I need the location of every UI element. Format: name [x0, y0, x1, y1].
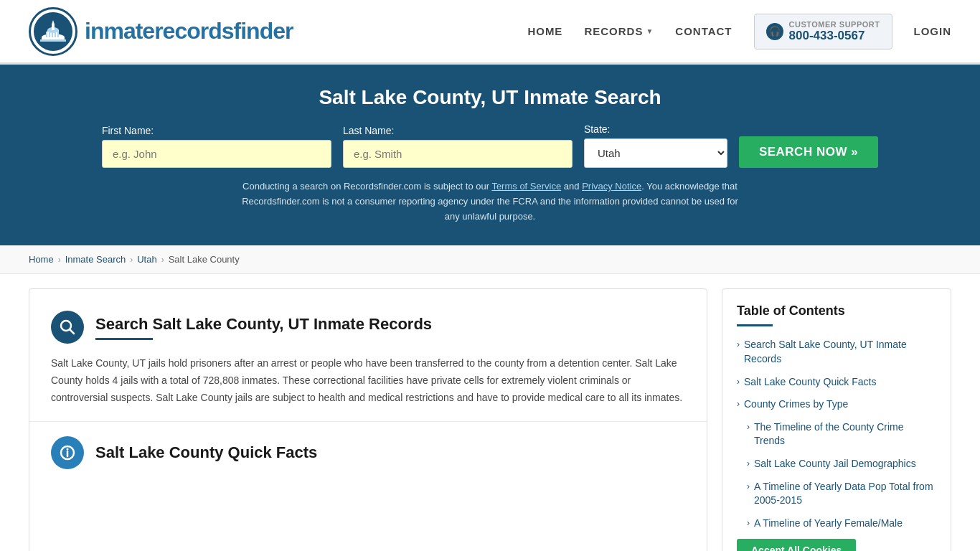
toc-chevron-6: ›: [747, 481, 750, 491]
breadcrumb-inmate-search[interactable]: Inmate Search: [65, 254, 126, 265]
main-nav: HOME RECORDS ▼ CONTACT 🎧 CUSTOMER SUPPOR…: [527, 14, 951, 50]
breadcrumb-home[interactable]: Home: [29, 254, 54, 265]
section2-title: Salt Lake County Quick Facts: [95, 443, 317, 462]
svg-rect-4: [52, 24, 55, 30]
section1-title: Search Salt Lake County, UT Inmate Recor…: [95, 315, 432, 334]
first-name-group: First Name:: [102, 125, 331, 168]
breadcrumb-sep-2: ›: [130, 255, 133, 265]
toc-chevron-4: ›: [747, 422, 750, 432]
toc-link-7[interactable]: A Timeline of Yearly Female/Male: [754, 517, 903, 531]
main-content: Search Salt Lake County, UT Inmate Recor…: [0, 274, 980, 551]
search-form: First Name: Last Name: State: Utah Alaba…: [29, 123, 951, 168]
headset-icon: 🎧: [766, 23, 783, 40]
nav-contact[interactable]: CONTACT: [675, 25, 732, 37]
nav-records[interactable]: RECORDS ▼: [584, 25, 654, 37]
hero-section: Salt Lake County, UT Inmate Search First…: [0, 65, 980, 245]
toc-link-2[interactable]: Salt Lake County Quick Facts: [744, 375, 876, 390]
toc-item-2[interactable]: › Salt Lake County Quick Facts: [737, 375, 936, 390]
last-name-input[interactable]: [343, 140, 573, 168]
state-group: State: Utah Alabama Alaska Arizona Calif…: [584, 123, 727, 168]
search-circle-icon: [51, 311, 84, 344]
state-select[interactable]: Utah Alabama Alaska Arizona California C…: [584, 138, 727, 168]
toc-link-3[interactable]: County Crimes by Type: [744, 397, 848, 412]
toc-item-5[interactable]: › Salt Lake County Jail Demographics: [747, 457, 936, 471]
chevron-down-icon: ▼: [646, 27, 654, 35]
svg-rect-11: [55, 32, 56, 37]
svg-point-17: [67, 448, 69, 450]
toc-link-6[interactable]: A Timeline of Yearly Data Pop Total from…: [754, 480, 936, 508]
toc-link-5[interactable]: Salt Lake County Jail Demographics: [754, 457, 916, 471]
privacy-link[interactable]: Privacy Notice: [582, 181, 641, 192]
toc-item-7[interactable]: › A Timeline of Yearly Female/Male: [747, 517, 936, 531]
last-name-group: Last Name:: [343, 125, 573, 168]
svg-rect-6: [42, 37, 65, 39]
terms-link[interactable]: Terms of Service: [491, 181, 561, 192]
content-area: Search Salt Lake County, UT Inmate Recor…: [29, 288, 707, 551]
toc-title: Table of Contents: [737, 303, 936, 319]
toc-link-1[interactable]: Search Salt Lake County, UT Inmate Recor…: [744, 338, 936, 366]
toc-chevron-7: ›: [747, 518, 750, 528]
section2-header: Salt Lake County Quick Facts: [51, 436, 685, 469]
breadcrumb-current: Salt Lake County: [169, 254, 240, 265]
toc-item-3[interactable]: › County Crimes by Type: [737, 397, 936, 412]
section-quick-facts: Salt Lake County Quick Facts: [29, 422, 707, 476]
breadcrumb-sep-1: ›: [58, 255, 61, 265]
login-button[interactable]: LOGIN: [914, 25, 952, 37]
section1-body: Salt Lake County, UT jails hold prisoner…: [51, 355, 685, 406]
accept-cookies-button[interactable]: Accept All Cookies: [737, 539, 856, 551]
toc-link-4[interactable]: The Timeline of the County Crime Trends: [754, 420, 936, 448]
logo-area: inmaterecordsfinder: [29, 7, 293, 56]
toc-divider: [737, 324, 773, 326]
svg-rect-10: [52, 32, 53, 37]
svg-rect-9: [49, 32, 50, 37]
logo-text: inmaterecordsfinder: [85, 18, 293, 44]
sidebar-toc: Table of Contents › Search Salt Lake Cou…: [722, 288, 951, 551]
header: inmaterecordsfinder HOME RECORDS ▼ CONTA…: [0, 0, 980, 65]
toc-item-6[interactable]: › A Timeline of Yearly Data Pop Total fr…: [747, 480, 936, 508]
toc-chevron-3: ›: [737, 399, 740, 409]
breadcrumb: Home › Inmate Search › Utah › Salt Lake …: [0, 245, 980, 274]
nav-home[interactable]: HOME: [527, 25, 562, 37]
svg-rect-8: [46, 32, 47, 37]
section-inmate-records: Search Salt Lake County, UT Inmate Recor…: [29, 289, 707, 421]
toc-item-4[interactable]: › The Timeline of the County Crime Trend…: [747, 420, 936, 448]
support-info: CUSTOMER SUPPORT 800-433-0567: [789, 20, 880, 43]
section1-title-block: Search Salt Lake County, UT Inmate Recor…: [95, 315, 432, 340]
toc-item-1[interactable]: › Search Salt Lake County, UT Inmate Rec…: [737, 338, 936, 366]
breadcrumb-utah[interactable]: Utah: [137, 254, 156, 265]
toc-chevron-5: ›: [747, 458, 750, 468]
section2-title-block: Salt Lake County Quick Facts: [95, 443, 317, 462]
last-name-label: Last Name:: [343, 125, 573, 136]
breadcrumb-sep-3: ›: [161, 255, 164, 265]
svg-line-14: [70, 329, 74, 334]
logo-icon: [29, 7, 77, 56]
info-circle-icon: [51, 436, 84, 469]
svg-rect-7: [40, 39, 66, 42]
first-name-input[interactable]: [102, 140, 331, 168]
section1-header: Search Salt Lake County, UT Inmate Recor…: [51, 311, 685, 344]
search-button[interactable]: SEARCH NOW »: [739, 136, 878, 168]
hero-disclaimer: Conducting a search on Recordsfinder.com…: [239, 179, 741, 224]
svg-rect-12: [57, 32, 59, 37]
state-label: State:: [584, 123, 727, 135]
first-name-label: First Name:: [102, 125, 331, 136]
hero-title: Salt Lake County, UT Inmate Search: [29, 86, 951, 109]
toc-chevron-1: ›: [737, 339, 740, 349]
section1-underline: [95, 338, 153, 340]
toc-chevron-2: ›: [737, 377, 740, 387]
customer-support-box: 🎧 CUSTOMER SUPPORT 800-433-0567: [754, 14, 892, 50]
